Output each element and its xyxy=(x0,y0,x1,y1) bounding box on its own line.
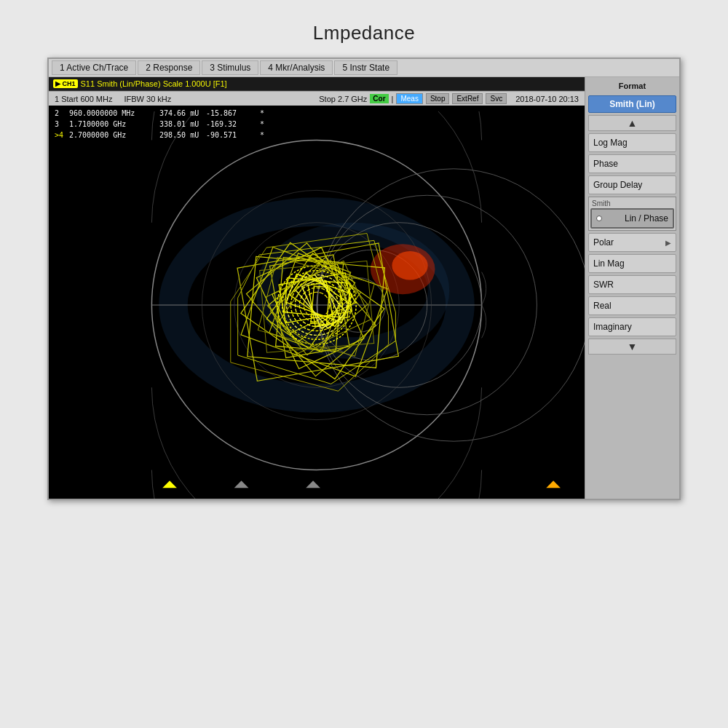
menu-instr-state[interactable]: 5 Instr State xyxy=(334,60,397,75)
imaginary-button[interactable]: Imaginary xyxy=(588,317,676,336)
lin-mag-button[interactable]: Lin Mag xyxy=(588,254,676,273)
stop-badge: Stop xyxy=(426,93,450,104)
format-smith-lin-button[interactable]: Smith (Lin) xyxy=(588,95,676,113)
polar-button[interactable]: Polar ▶ xyxy=(588,233,676,252)
page-wrapper: Lmpedance 1 Active Ch/Trace 2 Response 3… xyxy=(0,0,728,728)
format-title: Format xyxy=(588,80,676,92)
right-panel: Format Smith (Lin) ▲ Log Mag Phase Group… xyxy=(585,77,679,499)
marker-row-2: 2 960.0000000 MHz 374.66 mU -15.867 * xyxy=(55,108,264,119)
vna-screen: 1 Active Ch/Trace 2 Response 3 Stimulus … xyxy=(47,58,681,500)
status-bar: 1 Start 600 MHz IFBW 30 kHz Stop 2.7 GHz… xyxy=(49,91,585,106)
marker-row-3: 3 1.7100000 GHz 338.01 mU -169.32 * xyxy=(55,119,264,130)
svc-badge: Svc xyxy=(486,93,507,104)
meas-badge: Meas xyxy=(396,93,422,104)
status-right: Stop 2.7 GHz Cor | Meas Stop ExtRef Svc … xyxy=(319,93,579,104)
stop-freq: Stop 2.7 GHz xyxy=(319,95,367,103)
chart-area: ▶ CH1 S11 Smith (Lin/Phase) Scale 1.000U… xyxy=(49,77,585,499)
swr-button[interactable]: SWR xyxy=(588,275,676,294)
marker-row-4: >4 2.7000000 GHz 298.50 mU -90.571 * xyxy=(55,130,264,141)
cor-badge: Cor xyxy=(370,94,388,103)
real-button[interactable]: Real xyxy=(588,296,676,315)
menu-bar: 1 Active Ch/Trace 2 Response 3 Stimulus … xyxy=(49,59,679,77)
start-freq: 1 Start 600 MHz xyxy=(55,95,112,103)
page-title: Lmpedance xyxy=(313,22,415,44)
chart-header-text: S11 Smith (Lin/Phase) Scale 1.000U [F1] xyxy=(81,79,227,88)
status-left: 1 Start 600 MHz IFBW 30 kHz xyxy=(55,95,171,103)
chart-container: 1 698.0000000 MHz 593.26 mU -63.557 * 2 … xyxy=(49,91,585,499)
main-area: ▶ CH1 S11 Smith (Lin/Phase) Scale 1.000U… xyxy=(49,77,679,499)
chart-header: ▶ CH1 S11 Smith (Lin/Phase) Scale 1.000U… xyxy=(49,77,585,91)
datetime: 2018-07-10 20:13 xyxy=(515,95,579,103)
lin-phase-button[interactable]: Lin / Phase xyxy=(590,208,674,229)
smith-group-title: Smith xyxy=(590,199,674,208)
group-delay-button[interactable]: Group Delay xyxy=(588,175,676,194)
ifbw: IFBW 30 kHz xyxy=(124,95,171,103)
menu-active-ch[interactable]: 1 Active Ch/Trace xyxy=(52,60,136,75)
lin-phase-dot xyxy=(596,215,602,221)
polar-arrow: ▶ xyxy=(665,239,671,247)
extref-badge: ExtRef xyxy=(452,93,483,104)
phase-button[interactable]: Phase xyxy=(588,154,676,173)
menu-stimulus[interactable]: 3 Stimulus xyxy=(202,60,258,75)
smith-chart-svg xyxy=(49,111,585,499)
menu-response[interactable]: 2 Response xyxy=(138,60,200,75)
smith-group: Smith Lin / Phase xyxy=(588,197,676,231)
ch-badge: ▶ CH1 xyxy=(53,79,78,88)
scroll-down-button[interactable]: ▼ xyxy=(588,339,676,355)
menu-mkr-analysis[interactable]: 4 Mkr/Analysis xyxy=(260,60,333,75)
scroll-up-button[interactable]: ▲ xyxy=(588,115,676,131)
log-mag-button[interactable]: Log Mag xyxy=(588,133,676,152)
svg-point-15 xyxy=(392,251,427,280)
